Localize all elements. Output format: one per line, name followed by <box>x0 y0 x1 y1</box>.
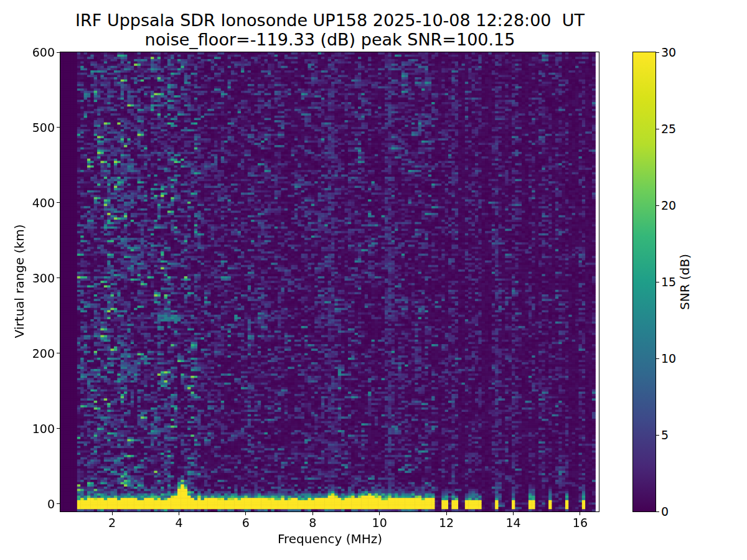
chart-title: IRF Uppsala SDR Ionosonde UP158 2025-10-… <box>60 11 599 30</box>
colorbar-tick <box>656 129 659 129</box>
y-axis-tick-label: 0 <box>15 497 55 511</box>
x-axis-tick <box>446 512 447 515</box>
x-axis-tick <box>379 512 380 515</box>
y-axis-tick <box>57 353 60 353</box>
colorbar-tick-label: 0 <box>661 505 692 518</box>
y-axis-tick <box>57 127 60 128</box>
colorbar-tick <box>656 205 659 206</box>
x-axis-tick <box>580 512 580 515</box>
x-axis-tick-label: 14 <box>495 516 532 530</box>
colorbar-tick <box>656 435 659 436</box>
colorbar-tick-label: 10 <box>661 352 692 365</box>
colorbar-tick-label: 20 <box>661 198 692 212</box>
colorbar-tick <box>656 511 659 512</box>
y-axis-tick-label: 500 <box>15 121 55 134</box>
x-axis-tick <box>312 512 313 515</box>
colorbar-tick-label: 5 <box>661 428 692 442</box>
y-axis-tick <box>57 52 60 53</box>
plot-frame <box>60 52 599 512</box>
colorbar-tick <box>656 282 659 282</box>
x-axis-tick-label: 12 <box>428 516 465 530</box>
chart-subtitle: noise_floor=-119.33 (dB) peak SNR=100.15 <box>60 30 599 49</box>
colorbar-tick-label: 30 <box>661 45 692 59</box>
colorbar-gradient <box>633 52 655 511</box>
y-axis-tick <box>57 503 60 504</box>
y-axis-tick-label: 100 <box>15 422 55 436</box>
colorbar-tick <box>656 358 659 359</box>
colorbar-label: SNR (dB) <box>677 254 692 310</box>
y-axis-tick <box>57 428 60 429</box>
x-axis-tick-label: 4 <box>160 516 197 530</box>
y-axis-tick <box>57 278 60 278</box>
colorbar <box>632 52 656 512</box>
colorbar-tick <box>656 52 659 53</box>
colorbar-tick-label: 25 <box>661 122 692 136</box>
y-axis-label: Virtual range (km) <box>12 225 27 338</box>
x-axis-tick-label: 6 <box>227 516 265 530</box>
y-axis-tick <box>57 202 60 203</box>
x-axis-tick <box>179 512 179 515</box>
x-axis-tick <box>513 512 514 515</box>
ionogram-figure: IRF Uppsala SDR Ionosonde UP158 2025-10-… <box>0 0 747 560</box>
x-axis-tick-label: 16 <box>561 516 599 530</box>
y-axis-tick-label: 200 <box>15 347 55 360</box>
x-axis-tick <box>112 512 113 515</box>
x-axis-tick-label: 8 <box>294 516 331 530</box>
x-axis-tick <box>245 512 246 515</box>
x-axis-tick-label: 2 <box>93 516 131 530</box>
x-axis-label: Frequency (MHz) <box>60 531 599 546</box>
x-axis-tick-label: 10 <box>361 516 398 530</box>
y-axis-tick-label: 600 <box>15 45 55 59</box>
y-axis-tick-label: 400 <box>15 196 55 210</box>
